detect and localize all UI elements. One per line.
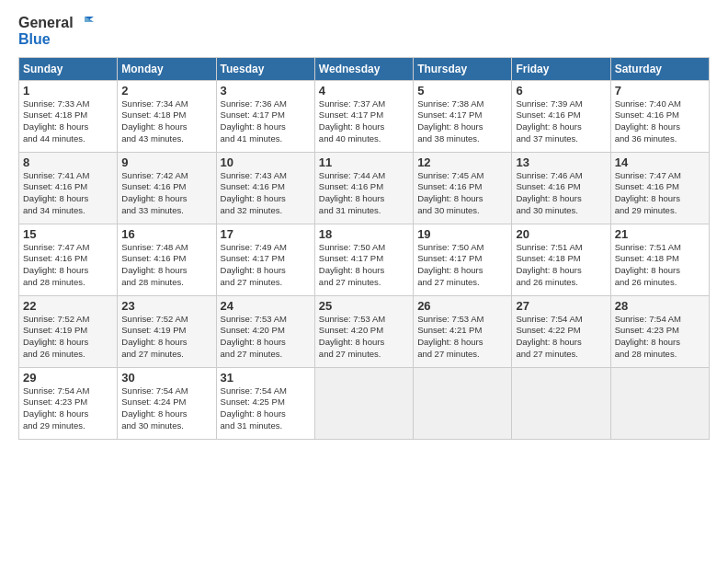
day-number: 25 [319,299,409,313]
table-row [610,367,709,439]
day-number: 4 [319,84,409,98]
day-number: 17 [221,227,311,241]
calendar-week-row: 8Sunrise: 7:41 AM Sunset: 4:16 PM Daylig… [19,152,710,224]
table-row: 7Sunrise: 7:40 AM Sunset: 4:16 PM Daylig… [610,80,709,152]
col-saturday: Saturday [610,57,709,80]
table-row: 2Sunrise: 7:34 AM Sunset: 4:18 PM Daylig… [118,80,216,152]
day-number: 15 [23,227,113,241]
header: General Blue [18,15,710,48]
col-wednesday: Wednesday [314,57,413,80]
day-info: Sunrise: 7:38 AM Sunset: 4:17 PM Dayligh… [417,98,507,145]
days-header-row: Sunday Monday Tuesday Wednesday Thursday… [19,57,710,80]
day-info: Sunrise: 7:44 AM Sunset: 4:16 PM Dayligh… [319,170,409,217]
table-row: 17Sunrise: 7:49 AM Sunset: 4:17 PM Dayli… [216,224,314,295]
day-info: Sunrise: 7:53 AM Sunset: 4:20 PM Dayligh… [221,314,311,361]
day-info: Sunrise: 7:52 AM Sunset: 4:19 PM Dayligh… [23,314,113,361]
day-number: 9 [121,155,211,169]
table-row: 9Sunrise: 7:42 AM Sunset: 4:16 PM Daylig… [118,152,216,224]
day-info: Sunrise: 7:34 AM Sunset: 4:18 PM Dayligh… [121,98,211,145]
day-info: Sunrise: 7:54 AM Sunset: 4:23 PM Dayligh… [615,314,705,361]
day-number: 16 [121,227,211,241]
table-row: 8Sunrise: 7:41 AM Sunset: 4:16 PM Daylig… [19,152,118,224]
table-row: 1Sunrise: 7:33 AM Sunset: 4:18 PM Daylig… [19,80,118,152]
col-friday: Friday [512,57,610,80]
table-row: 12Sunrise: 7:45 AM Sunset: 4:16 PM Dayli… [414,152,512,224]
day-number: 29 [23,371,113,385]
day-info: Sunrise: 7:50 AM Sunset: 4:17 PM Dayligh… [417,242,507,289]
table-row [512,367,610,439]
table-row: 15Sunrise: 7:47 AM Sunset: 4:16 PM Dayli… [19,224,118,295]
day-info: Sunrise: 7:52 AM Sunset: 4:19 PM Dayligh… [121,314,211,361]
day-info: Sunrise: 7:42 AM Sunset: 4:16 PM Dayligh… [121,170,211,217]
table-row: 14Sunrise: 7:47 AM Sunset: 4:16 PM Dayli… [610,152,709,224]
table-row: 25Sunrise: 7:53 AM Sunset: 4:20 PM Dayli… [314,295,413,367]
day-info: Sunrise: 7:48 AM Sunset: 4:16 PM Dayligh… [121,242,211,289]
day-number: 13 [516,155,606,169]
day-number: 11 [319,155,409,169]
day-info: Sunrise: 7:54 AM Sunset: 4:22 PM Dayligh… [516,314,606,361]
day-info: Sunrise: 7:41 AM Sunset: 4:16 PM Dayligh… [23,170,113,217]
day-info: Sunrise: 7:53 AM Sunset: 4:20 PM Dayligh… [319,314,409,361]
day-info: Sunrise: 7:49 AM Sunset: 4:17 PM Dayligh… [221,242,311,289]
day-info: Sunrise: 7:46 AM Sunset: 4:16 PM Dayligh… [516,170,606,217]
col-thursday: Thursday [414,57,512,80]
day-info: Sunrise: 7:54 AM Sunset: 4:23 PM Dayligh… [23,385,113,432]
table-row: 3Sunrise: 7:36 AM Sunset: 4:17 PM Daylig… [216,80,314,152]
table-row [414,367,512,439]
day-number: 5 [417,84,507,98]
table-row: 27Sunrise: 7:54 AM Sunset: 4:22 PM Dayli… [512,295,610,367]
day-info: Sunrise: 7:43 AM Sunset: 4:16 PM Dayligh… [221,170,311,217]
day-number: 10 [221,155,311,169]
table-row: 18Sunrise: 7:50 AM Sunset: 4:17 PM Dayli… [314,224,413,295]
day-number: 31 [221,371,311,385]
table-row: 20Sunrise: 7:51 AM Sunset: 4:18 PM Dayli… [512,224,610,295]
day-info: Sunrise: 7:36 AM Sunset: 4:17 PM Dayligh… [221,98,311,145]
col-tuesday: Tuesday [216,57,314,80]
day-info: Sunrise: 7:33 AM Sunset: 4:18 PM Dayligh… [23,98,113,145]
table-row: 6Sunrise: 7:39 AM Sunset: 4:16 PM Daylig… [512,80,610,152]
table-row: 29Sunrise: 7:54 AM Sunset: 4:23 PM Dayli… [19,367,118,439]
calendar-week-row: 15Sunrise: 7:47 AM Sunset: 4:16 PM Dayli… [19,224,710,295]
calendar-page: General Blue Sunday Monday Tuesday Wedne… [0,0,728,563]
day-info: Sunrise: 7:45 AM Sunset: 4:16 PM Dayligh… [417,170,507,217]
day-number: 26 [417,299,507,313]
table-row: 31Sunrise: 7:54 AM Sunset: 4:25 PM Dayli… [216,367,314,439]
day-info: Sunrise: 7:47 AM Sunset: 4:16 PM Dayligh… [23,242,113,289]
day-info: Sunrise: 7:47 AM Sunset: 4:16 PM Dayligh… [615,170,705,217]
day-number: 14 [615,155,705,169]
table-row: 30Sunrise: 7:54 AM Sunset: 4:24 PM Dayli… [118,367,216,439]
day-info: Sunrise: 7:54 AM Sunset: 4:25 PM Dayligh… [221,385,311,432]
table-row: 21Sunrise: 7:51 AM Sunset: 4:18 PM Dayli… [610,224,709,295]
col-monday: Monday [118,57,216,80]
day-number: 3 [221,84,311,98]
table-row [314,367,413,439]
day-info: Sunrise: 7:53 AM Sunset: 4:21 PM Dayligh… [417,314,507,361]
table-row: 5Sunrise: 7:38 AM Sunset: 4:17 PM Daylig… [414,80,512,152]
day-info: Sunrise: 7:39 AM Sunset: 4:16 PM Dayligh… [516,98,606,145]
day-info: Sunrise: 7:40 AM Sunset: 4:16 PM Dayligh… [615,98,705,145]
day-number: 27 [516,299,606,313]
table-row: 28Sunrise: 7:54 AM Sunset: 4:23 PM Dayli… [610,295,709,367]
day-number: 6 [516,84,606,98]
table-row: 22Sunrise: 7:52 AM Sunset: 4:19 PM Dayli… [19,295,118,367]
day-info: Sunrise: 7:37 AM Sunset: 4:17 PM Dayligh… [319,98,409,145]
table-row: 13Sunrise: 7:46 AM Sunset: 4:16 PM Dayli… [512,152,610,224]
table-row: 19Sunrise: 7:50 AM Sunset: 4:17 PM Dayli… [414,224,512,295]
day-info: Sunrise: 7:51 AM Sunset: 4:18 PM Dayligh… [516,242,606,289]
day-number: 1 [23,84,113,98]
day-info: Sunrise: 7:50 AM Sunset: 4:17 PM Dayligh… [319,242,409,289]
table-row: 4Sunrise: 7:37 AM Sunset: 4:17 PM Daylig… [314,80,413,152]
day-number: 24 [221,299,311,313]
day-number: 8 [23,155,113,169]
table-row: 23Sunrise: 7:52 AM Sunset: 4:19 PM Dayli… [118,295,216,367]
day-number: 18 [319,227,409,241]
table-row: 16Sunrise: 7:48 AM Sunset: 4:16 PM Dayli… [118,224,216,295]
day-number: 23 [121,299,211,313]
day-number: 2 [121,84,211,98]
logo-wordmark: General Blue [18,15,94,48]
day-info: Sunrise: 7:51 AM Sunset: 4:18 PM Dayligh… [615,242,705,289]
table-row: 11Sunrise: 7:44 AM Sunset: 4:16 PM Dayli… [314,152,413,224]
table-row: 10Sunrise: 7:43 AM Sunset: 4:16 PM Dayli… [216,152,314,224]
calendar-week-row: 29Sunrise: 7:54 AM Sunset: 4:23 PM Dayli… [19,367,710,439]
day-number: 20 [516,227,606,241]
